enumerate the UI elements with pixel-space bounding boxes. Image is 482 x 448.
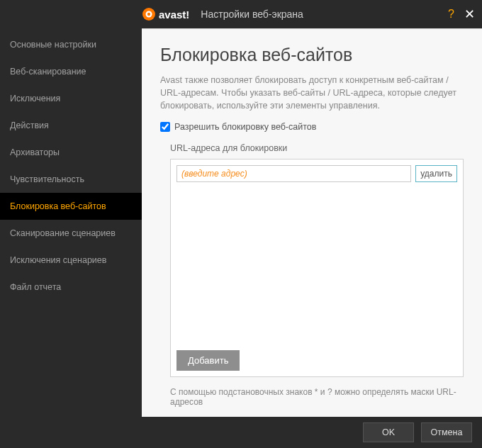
footer: OK Отмена — [0, 417, 482, 448]
sidebar-item-actions[interactable]: Действия — [0, 112, 142, 139]
content-panel: Блокировка веб-сайтов Avast также позвол… — [142, 28, 482, 417]
close-icon[interactable]: ✕ — [464, 6, 475, 22]
settings-window: avast! Настройки веб-экрана ? ✕ Основные… — [0, 0, 482, 448]
url-input[interactable] — [176, 165, 411, 182]
cancel-button[interactable]: Отмена — [421, 422, 472, 442]
sidebar-item-label: Блокировка веб-сайтов — [10, 201, 106, 211]
page-title: Блокировка веб-сайтов — [160, 45, 464, 65]
sidebar-item-label: Чувствительность — [10, 174, 84, 184]
sidebar: Основные настройки Веб-сканирование Искл… — [0, 28, 142, 417]
sidebar-item-script-exclusions[interactable]: Исключения сценариев — [0, 247, 142, 274]
sidebar-item-sensitivity[interactable]: Чувствительность — [0, 166, 142, 193]
url-list-empty-area — [176, 182, 457, 346]
urls-label: URL-адреса для блокировки — [170, 143, 464, 153]
sidebar-item-exclusions[interactable]: Исключения — [0, 85, 142, 112]
delete-url-button[interactable]: удалить — [415, 165, 457, 182]
window-body: Основные настройки Веб-сканирование Искл… — [0, 28, 482, 417]
sidebar-item-label: Сканирование сценариев — [10, 228, 116, 238]
brand-logo: avast! — [142, 7, 189, 21]
sidebar-item-main[interactable]: Основные настройки — [0, 31, 142, 58]
sidebar-item-webscan[interactable]: Веб-сканирование — [0, 58, 142, 85]
enable-blocking-input[interactable] — [160, 122, 170, 132]
sidebar-item-label: Веб-сканирование — [10, 67, 86, 77]
avast-icon — [142, 7, 156, 21]
url-list-panel: удалить Добавить — [170, 159, 464, 377]
sidebar-item-site-blocking[interactable]: Блокировка веб-сайтов — [0, 193, 142, 220]
wildcard-hint: С помощью подстановочных знаков * и ? мо… — [170, 387, 464, 407]
help-icon[interactable]: ? — [448, 8, 454, 21]
enable-blocking-label: Разрешить блокировку веб-сайтов — [174, 122, 316, 132]
sidebar-item-label: Основные настройки — [10, 40, 96, 50]
enable-blocking-checkbox[interactable]: Разрешить блокировку веб-сайтов — [160, 122, 464, 132]
sidebar-item-label: Исключения — [10, 94, 60, 103]
titlebar: avast! Настройки веб-экрана ? ✕ — [0, 0, 482, 28]
add-url-button[interactable]: Добавить — [176, 350, 240, 371]
sidebar-item-packers[interactable]: Архиваторы — [0, 139, 142, 166]
window-title: Настройки веб-экрана — [201, 9, 303, 20]
sidebar-item-label: Исключения сценариев — [10, 255, 106, 265]
svg-point-2 — [147, 13, 150, 16]
sidebar-item-label: Файл отчета — [10, 282, 61, 292]
url-row: удалить — [176, 165, 457, 182]
ok-button[interactable]: OK — [363, 422, 414, 442]
brand-text: avast! — [159, 9, 189, 21]
sidebar-item-label: Действия — [10, 121, 49, 130]
sidebar-item-label: Архиваторы — [10, 147, 60, 157]
sidebar-item-report[interactable]: Файл отчета — [0, 274, 142, 301]
page-description: Avast также позволяет блокировать доступ… — [160, 74, 464, 112]
sidebar-item-script-scan[interactable]: Сканирование сценариев — [0, 220, 142, 247]
